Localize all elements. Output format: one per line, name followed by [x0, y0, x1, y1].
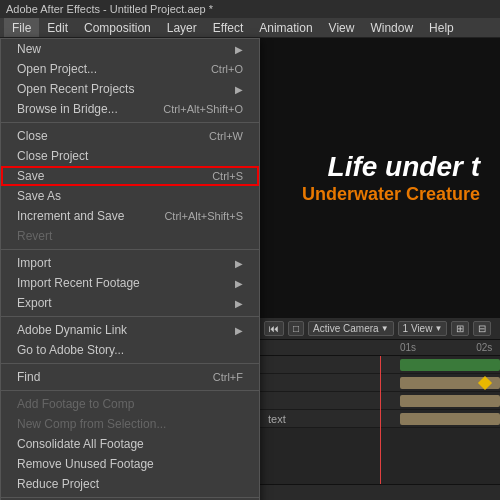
tl-btn-icon1[interactable]: ⏮	[264, 321, 284, 336]
menu-animation[interactable]: Animation	[251, 18, 320, 37]
track-content-4	[400, 410, 500, 427]
menu-save[interactable]: Save Ctrl+S	[1, 166, 259, 186]
menu-remove-unused-label: Remove Unused Footage	[17, 457, 154, 471]
file-dropdown-panel: New ▶ Open Project... Ctrl+O Open Recent…	[0, 38, 260, 500]
menu-save-as[interactable]: Save As	[1, 186, 259, 206]
sep-4	[1, 363, 259, 364]
sep-2	[1, 249, 259, 250]
tl-btn-icon3[interactable]: ⊞	[451, 321, 469, 336]
menu-composition[interactable]: Composition	[76, 18, 159, 37]
tl-btn-icon4[interactable]: ⊟	[473, 321, 491, 336]
menu-close-label: Close	[17, 129, 48, 143]
playhead[interactable]	[380, 356, 381, 484]
comp-viewer: Life under t Underwater Creature	[260, 38, 500, 318]
menu-consolidate[interactable]: Consolidate All Footage	[1, 434, 259, 454]
menu-find[interactable]: Find Ctrl+F	[1, 367, 259, 387]
track-content-3	[400, 392, 500, 409]
menu-save-shortcut: Ctrl+S	[212, 170, 243, 182]
track-label-4: text	[260, 410, 400, 427]
menu-help[interactable]: Help	[421, 18, 462, 37]
menu-close[interactable]: Close Ctrl+W	[1, 126, 259, 146]
title-bar: Adobe After Effects - Untitled Project.a…	[0, 0, 500, 18]
menu-file[interactable]: File	[4, 18, 39, 37]
menu-open-label: Open Project...	[17, 62, 97, 76]
timeline-ruler: 01s 02s	[260, 340, 500, 356]
menu-new-arrow: ▶	[235, 44, 243, 55]
menu-go-adobe[interactable]: Go to Adobe Story...	[1, 340, 259, 360]
menu-revert: Revert	[1, 226, 259, 246]
menu-open-project[interactable]: Open Project... Ctrl+O	[1, 59, 259, 79]
menu-import-arrow: ▶	[235, 258, 243, 269]
active-camera-label: Active Camera	[313, 323, 379, 334]
menu-new[interactable]: New ▶	[1, 39, 259, 59]
sep-5	[1, 390, 259, 391]
active-camera-arrow: ▼	[381, 324, 389, 333]
menu-open-shortcut: Ctrl+O	[211, 63, 243, 75]
ruler-02s: 02s	[476, 342, 492, 353]
view-arrow: ▼	[434, 324, 442, 333]
menu-export[interactable]: Export ▶	[1, 293, 259, 313]
menu-view[interactable]: View	[321, 18, 363, 37]
track-label-2	[260, 374, 400, 391]
menu-increment-save-label: Increment and Save	[17, 209, 124, 223]
menu-close-shortcut: Ctrl+W	[209, 130, 243, 142]
menu-close-project[interactable]: Close Project	[1, 146, 259, 166]
menu-export-label: Export	[17, 296, 52, 310]
ruler-marks: 01s 02s	[400, 342, 492, 353]
ruler-01s: 01s	[400, 342, 416, 353]
menu-import[interactable]: Import ▶	[1, 253, 259, 273]
track-content-1	[400, 356, 500, 373]
menu-save-as-label: Save As	[17, 189, 61, 203]
comp-text: Life under t Underwater Creature	[302, 150, 480, 205]
menu-go-adobe-label: Go to Adobe Story...	[17, 343, 124, 357]
menu-open-recent-label: Open Recent Projects	[17, 82, 134, 96]
menu-bar: File Edit Composition Layer Effect Anima…	[0, 18, 500, 38]
menu-effect[interactable]: Effect	[205, 18, 251, 37]
menu-browse[interactable]: Browse in Bridge... Ctrl+Alt+Shift+O	[1, 99, 259, 119]
menu-find-label: Find	[17, 370, 40, 384]
menu-increment-save[interactable]: Increment and Save Ctrl+Alt+Shift+S	[1, 206, 259, 226]
active-camera-dropdown[interactable]: Active Camera ▼	[308, 321, 394, 336]
menu-import-recent-arrow: ▶	[235, 278, 243, 289]
track-bar-1	[400, 359, 500, 371]
menu-import-recent-label: Import Recent Footage	[17, 276, 140, 290]
menu-open-recent[interactable]: Open Recent Projects ▶	[1, 79, 259, 99]
menu-import-label: Import	[17, 256, 51, 270]
view-dropdown[interactable]: 1 View ▼	[398, 321, 448, 336]
menu-browse-label: Browse in Bridge...	[17, 102, 118, 116]
menu-find-shortcut: Ctrl+F	[213, 371, 243, 383]
menu-consolidate-label: Consolidate All Footage	[17, 437, 144, 451]
menu-reduce[interactable]: Reduce Project	[1, 474, 259, 494]
comp-subtitle: Underwater Creature	[302, 184, 480, 206]
view-label: 1 View	[403, 323, 433, 334]
menu-increment-save-shortcut: Ctrl+Alt+Shift+S	[164, 210, 243, 222]
sep-1	[1, 122, 259, 123]
right-panel: Life under t Underwater Creature ⏮ □ Act…	[260, 38, 500, 500]
sep-3	[1, 316, 259, 317]
menu-remove-unused[interactable]: Remove Unused Footage	[1, 454, 259, 474]
menu-close-project-label: Close Project	[17, 149, 88, 163]
menu-reduce-label: Reduce Project	[17, 477, 99, 491]
tl-btn-icon2[interactable]: □	[288, 321, 304, 336]
menu-dynamic-link[interactable]: Adobe Dynamic Link ▶	[1, 320, 259, 340]
menu-export-arrow: ▶	[235, 298, 243, 309]
track-label-1	[260, 356, 400, 373]
bottom-bar	[260, 484, 500, 500]
track-bar-4	[400, 413, 500, 425]
comp-title: Life under t	[302, 150, 480, 184]
menu-save-label: Save	[17, 169, 44, 183]
menu-window[interactable]: Window	[362, 18, 421, 37]
track-content-2	[400, 374, 500, 391]
menu-new-comp: New Comp from Selection...	[1, 414, 259, 434]
menu-import-recent[interactable]: Import Recent Footage ▶	[1, 273, 259, 293]
sep-6	[1, 497, 259, 498]
timeline-content: 01s 02s	[260, 340, 500, 484]
timeline-toolbar: ⏮ □ Active Camera ▼ 1 View ▼ ⊞ ⊟	[260, 318, 500, 340]
timeline-tracks: text	[260, 356, 500, 484]
menu-layer[interactable]: Layer	[159, 18, 205, 37]
menu-dynamic-link-label: Adobe Dynamic Link	[17, 323, 127, 337]
menu-edit[interactable]: Edit	[39, 18, 76, 37]
title-label: Adobe After Effects - Untitled Project.a…	[6, 3, 213, 15]
track-bar-3	[400, 395, 500, 407]
menu-open-recent-arrow: ▶	[235, 84, 243, 95]
